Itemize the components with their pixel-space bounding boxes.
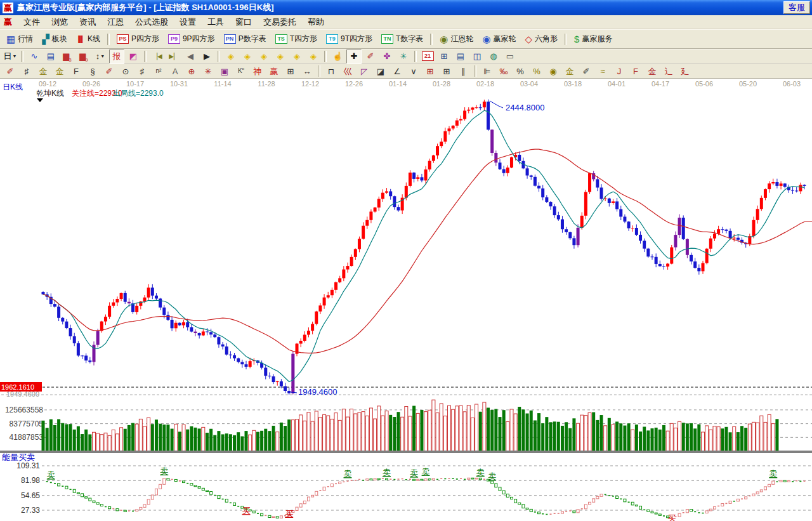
zoom-full-icon[interactable]: ◈ [306,49,321,63]
percent-red-icon[interactable]: ‰ [496,64,511,78]
j-angle-icon[interactable]: J [612,64,627,78]
percent-icon[interactable]: % [513,64,528,78]
multi-chart-3-icon[interactable]: ▆3 [60,49,75,63]
brush-analysis-icon[interactable]: ✐ [3,64,18,78]
ink-marker-icon[interactable]: ✐ [579,64,594,78]
measure-123-icon[interactable]: ⊞ [283,64,298,78]
golden-section-a-icon[interactable]: 金 [36,64,51,78]
period-label[interactable]: 日K线 [3,82,23,91]
web-link-icon[interactable]: ◍ [486,49,501,63]
gann-fan-icon[interactable]: 巛 [340,64,355,78]
print-icon[interactable]: ▭ [502,49,518,63]
winner-service-button[interactable]: $赢家服务 [570,30,617,48]
gold-circle-icon[interactable]: ◉ [546,64,561,78]
percent-levels-icon[interactable]: % [529,64,544,78]
first-page-icon[interactable]: ▕◀ [150,49,165,63]
9p-square-button[interactable]: P99P四方形 [164,30,219,48]
win-tool-icon[interactable]: 赢 [266,64,282,78]
angle-mirror-icon[interactable]: A [167,64,183,78]
save-icon[interactable]: ◫ [469,49,485,63]
fibonacci-lines-icon[interactable]: F [69,64,84,78]
memo-icon[interactable]: ▤ [453,49,468,63]
p-square-button[interactable]: PSP四方形 [112,30,164,48]
draw-line-tool-icon[interactable]: ✐ [363,49,378,63]
angle-box-a-icon[interactable]: ◸ [357,64,372,78]
menu-item-0[interactable]: 文件 [18,16,46,27]
zoom-compress-icon[interactable]: ◈ [273,49,288,63]
kline-button[interactable]: ▐▌K线 [72,30,105,48]
gann-circle-icon[interactable]: ⊕ [184,64,199,78]
9t-square-button[interactable]: T99T四方形 [322,30,377,48]
p-number-table-button[interactable]: PNP数字表 [219,30,271,48]
angle-box-b-icon[interactable]: ◪ [373,64,388,78]
pane-divider[interactable] [0,451,812,453]
spiral-tool-icon[interactable]: § [85,64,100,78]
calendar-icon[interactable]: 21 [420,49,435,63]
trend-channel-icon[interactable]: 廴 [678,64,693,78]
width-measure-icon[interactable]: ↔ [299,64,315,78]
grid-red-icon[interactable]: ⊞ [422,64,438,78]
zoom-width-icon[interactable]: ◈ [256,49,272,63]
trend-overlay-icon[interactable]: ∿ [27,49,42,63]
wave-tools-icon[interactable]: ✳ [396,49,411,63]
period-day-dropdown-icon[interactable]: 日▼ [3,49,18,63]
alert-icon[interactable]: 报 [109,49,124,63]
zoom-left-icon[interactable]: ◈ [223,49,239,63]
t-square-button[interactable]: TST四方形 [271,30,322,48]
menu-item-6[interactable]: 工具 [202,16,230,27]
indicator-title[interactable]: 能量买卖 [2,452,35,462]
calculator-icon[interactable]: ⊞ [436,49,452,63]
gold-levels-icon[interactable]: 金 [562,64,577,78]
price-lines-icon[interactable]: ♯ [19,64,34,78]
rect-frame-icon[interactable]: ⊓ [324,64,339,78]
parallel-lines-icon[interactable]: ∥ [455,64,471,78]
menu-item-8[interactable]: 交易委托 [258,16,302,27]
zoom-expand-icon[interactable]: ◈ [289,49,304,63]
gann-tools-icon[interactable]: ✤ [379,49,395,63]
hexagon-button[interactable]: ◇六角形 [521,30,563,48]
menu-item-4[interactable]: 公式选股 [129,16,174,27]
menu-item-7[interactable]: 窗口 [230,16,258,27]
sectors-button[interactable]: ▞板块 [37,30,72,48]
wave-gold-icon[interactable]: ≈ [595,64,610,78]
zigzag-wave-icon[interactable]: ∨ [406,64,421,78]
level-scale-icon[interactable]: ⊫ [480,64,495,78]
time-lines-icon[interactable]: ♯ [134,64,150,78]
customer-service-button[interactable]: 客服 [783,1,810,14]
speed-line-icon[interactable]: 辶 [661,64,676,78]
menu-item-3[interactable]: 江恩 [102,16,129,27]
overlay-kline-label[interactable]: 乾坤K线 [36,89,64,98]
winner-wheel-button[interactable]: ◉赢家轮 [478,30,520,48]
marker-brush-icon[interactable]: ✐ [102,64,117,78]
menu-item-2[interactable]: 资讯 [74,16,102,27]
time-cycle-icon[interactable]: ⊙ [118,64,133,78]
next-page-icon[interactable]: ▶ [199,49,214,63]
overlay-dropdown-icon[interactable] [37,98,43,102]
last-page-icon[interactable]: ▶▏ [166,49,181,63]
t-number-table-button[interactable]: TNT数字表 [377,30,428,48]
kline-chart[interactable]: 09-1209-2610-1710-3111-1411-2812-1212-26… [0,79,812,521]
gann-box-icon[interactable]: ▣ [217,64,232,78]
n-square-icon[interactable]: n² [151,64,166,78]
menu-item-9[interactable]: 帮助 [302,16,330,27]
prev-page-icon[interactable]: ◀ [183,49,198,63]
gold-angle-icon[interactable]: 金 [645,64,660,78]
multi-chart-9-icon[interactable]: ▆9 [76,49,91,63]
gann-wheel-button[interactable]: ◉江恩轮 [435,30,478,48]
f10-info-icon[interactable]: ▤ [43,49,58,63]
f-angle-icon[interactable]: F [628,64,643,78]
k-count-icon[interactable]: Kʺ [233,64,249,78]
zoom-right-icon[interactable]: ◈ [240,49,255,63]
crosshair-tool-icon[interactable]: ✚ [346,49,362,63]
candle-style-dropdown-icon[interactable]: ↕▼ [93,49,108,63]
menu-item-1[interactable]: 浏览 [46,16,74,27]
shen-tool-icon[interactable]: 神 [250,64,265,78]
menu-item-5[interactable]: 设置 [174,16,202,27]
golden-section-b-icon[interactable]: 金 [52,64,67,78]
trend-angle-icon[interactable]: ∠ [390,64,405,78]
color-histogram-icon[interactable]: ◩ [126,49,141,63]
grid-dark-icon[interactable]: ⊞ [439,64,454,78]
hand-tool-icon[interactable]: ☝ [330,49,345,63]
gann-star-icon[interactable]: ✳ [200,64,216,78]
quotes-button[interactable]: ▦行情 [2,30,37,48]
